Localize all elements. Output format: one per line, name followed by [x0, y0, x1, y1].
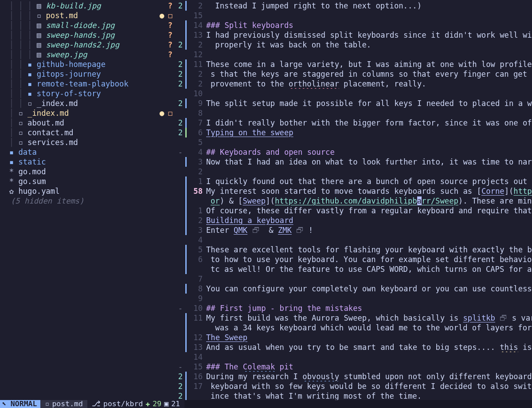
- file-type-icon: ▧: [37, 40, 46, 50]
- code-line[interactable]: My interest soon started to move towards…: [206, 186, 532, 196]
- code-line[interactable]: Now that I had an idea on what to look f…: [206, 157, 532, 167]
- tree-item[interactable]: │ ▫ about.md: [0, 118, 175, 128]
- code-line[interactable]: ### The Colemak pit: [206, 362, 532, 372]
- code-line[interactable]: was a 34 keys keyboard which would lead …: [206, 323, 532, 333]
- code-line[interactable]: Building a keyboard: [206, 216, 532, 225]
- code-line[interactable]: The Sweep: [206, 333, 532, 342]
- code-line[interactable]: I had previously dismissed split keyboar…: [206, 30, 532, 40]
- file-status: ?: [168, 50, 175, 59]
- code-line[interactable]: [206, 352, 532, 362]
- tree-item[interactable]: │ │ │ ▧ small-diode.jpg?: [0, 20, 175, 30]
- code-line[interactable]: [206, 167, 532, 177]
- status-file: ▫ post.md: [40, 400, 87, 408]
- code-line[interactable]: My first build was the Aurora Sweep, whi…: [206, 313, 532, 323]
- editor-gutter: 22 15 14 1322 122112222 1029 82726 5-4 3…: [175, 0, 206, 400]
- code-line[interactable]: [206, 50, 532, 59]
- code-line[interactable]: ### Split keyboards: [206, 20, 532, 30]
- tree-item[interactable]: │ │ │ ▧ sweep-hands.jpg?: [0, 30, 175, 40]
- file-name: kb-build.jpg: [46, 1, 101, 11]
- tree-item[interactable]: ✿ hugo.yaml: [0, 186, 175, 196]
- code-line[interactable]: [206, 294, 532, 303]
- tree-item[interactable]: * go.sum: [0, 177, 175, 186]
- code-line[interactable]: keyboard with so few keys would be so di…: [206, 381, 532, 391]
- code-line[interactable]: provement to the ortholinear placement, …: [206, 79, 532, 89]
- tree-item[interactable]: │ │ │ ▧ kb-build.jpg?: [0, 1, 175, 11]
- tree-item[interactable]: │ │ ▫ _index.md: [0, 98, 175, 108]
- code-line[interactable]: ince that's what I'm writing most of the…: [206, 391, 532, 400]
- code-line[interactable]: Of course, these differ vastly from a re…: [206, 206, 532, 216]
- editor-content[interactable]: Instead I jumped right to the next optio…: [206, 0, 532, 400]
- code-line[interactable]: [206, 274, 532, 284]
- tree-item[interactable]: │ ▫ contact.md: [0, 128, 175, 137]
- tree-indent: │ │: [0, 98, 27, 108]
- tree-item[interactable]: │ │ │ ▧ sweep-hands2.jpg?: [0, 40, 175, 50]
- tree-item[interactable]: * go.mod: [0, 167, 175, 177]
- code-line[interactable]: The split setup made it possible for all…: [206, 98, 532, 108]
- file-tree[interactable]: │ │ │ ▧ kb-build.jpg? │ │ │ ▫ post.md●◻ …: [0, 0, 175, 400]
- code-line[interactable]: [206, 108, 532, 118]
- tree-indent: │ │: [0, 69, 27, 79]
- status-git: ⎇ post/kbrd ✚ 29 ▣ 21: [87, 400, 184, 408]
- tree-item[interactable]: │ ▫ services.md: [0, 137, 175, 147]
- tree-item[interactable]: ▪ data: [0, 147, 175, 157]
- tree-item[interactable]: │ │ ▪ github-homepage: [0, 59, 175, 69]
- code-line[interactable]: to how to use your keyboard. You can for…: [206, 255, 532, 264]
- tree-item[interactable]: │ │ │ ▫ post.md●◻: [0, 11, 175, 20]
- tree-indent: │: [0, 137, 18, 147]
- code-line[interactable]: ## First jump - bring the mistakes: [206, 303, 532, 313]
- code-line[interactable]: I quickly found out that there are a bun…: [206, 177, 532, 186]
- code-line[interactable]: or) & [Sweep](https://github.com/davidph…: [206, 196, 532, 206]
- file-name: gitops-journey: [37, 69, 101, 79]
- tree-indent: │ │ │: [0, 20, 37, 30]
- git-additions-icon: ✚: [145, 399, 150, 408]
- tree-item[interactable]: │ │ ▪ remote-team-playbook: [0, 79, 175, 89]
- tree-indent: [0, 167, 9, 177]
- code-line[interactable]: ## Keyboards and open source: [206, 147, 532, 157]
- code-line[interactable]: And as usual when you try to be smart an…: [206, 342, 532, 352]
- file-type-icon: ▪: [27, 59, 37, 69]
- code-line[interactable]: Enter QMK 🗗 & ZMK 🗗 !: [206, 225, 532, 235]
- code-line[interactable]: [206, 137, 532, 147]
- tree-indent: │ │: [0, 79, 27, 89]
- tree-indent: │ │ │: [0, 40, 37, 50]
- file-name: github-homepage: [37, 59, 106, 69]
- file-type-icon: ▪: [9, 157, 19, 167]
- tree-indent: │ │ │: [0, 11, 37, 20]
- code-line[interactable]: properly it was back on the table.: [206, 40, 532, 50]
- code-line[interactable]: [206, 89, 532, 98]
- code-line[interactable]: You can configure your completely own ke…: [206, 284, 532, 294]
- code-line[interactable]: These come in a large variety, but I was…: [206, 59, 532, 69]
- file-type-icon: ▪: [27, 69, 37, 79]
- code-line[interactable]: These are excellent tools for flashing y…: [206, 245, 532, 255]
- tree-indent: │: [0, 128, 18, 137]
- code-line[interactable]: During my research I obvously stumbled u…: [206, 372, 532, 381]
- file-name: go.mod: [18, 167, 46, 177]
- tree-indent: │ │ │: [0, 50, 37, 59]
- file-name: sweep-hands.jpg: [46, 30, 115, 40]
- file-name: about.md: [27, 118, 64, 128]
- tree-indent: │ │ │: [0, 30, 37, 40]
- code-line[interactable]: [206, 11, 532, 20]
- editor-pane[interactable]: 22 15 14 1322 122112222 1029 82726 5-4 3…: [175, 0, 532, 400]
- tree-item[interactable]: │ │ │ ▧ sweep.jpg?: [0, 50, 175, 59]
- file-name: small-diode.jpg: [46, 20, 115, 30]
- code-line[interactable]: tc as well! Or the feature to use CAPS W…: [206, 264, 532, 274]
- code-line[interactable]: [206, 235, 532, 245]
- tree-item[interactable]: │ ▫ _index.md●◻: [0, 108, 175, 118]
- file-name: post.md: [46, 11, 78, 20]
- code-line[interactable]: Typing on the sweep: [206, 128, 532, 137]
- code-line[interactable]: I didn't really bother with the bigger f…: [206, 118, 532, 128]
- file-name: _index.md: [27, 108, 69, 118]
- code-line[interactable]: Instead I jumped right to the next optio…: [206, 1, 532, 11]
- file-name: contact.md: [27, 128, 73, 137]
- tree-indent: [0, 147, 9, 157]
- tree-item[interactable]: ▪ static: [0, 157, 175, 167]
- tree-indent: │ │: [0, 89, 27, 98]
- tree-indent: [0, 157, 9, 167]
- code-line[interactable]: s that the keys are staggered in columns…: [206, 69, 532, 79]
- file-status: ●◻: [160, 108, 175, 118]
- tree-item[interactable]: │ │ ▪ story-of-story: [0, 89, 175, 98]
- branch-icon: ⎇: [92, 399, 101, 408]
- tree-item[interactable]: │ │ ▪ gitops-journey: [0, 69, 175, 79]
- tree-indent: [0, 186, 9, 196]
